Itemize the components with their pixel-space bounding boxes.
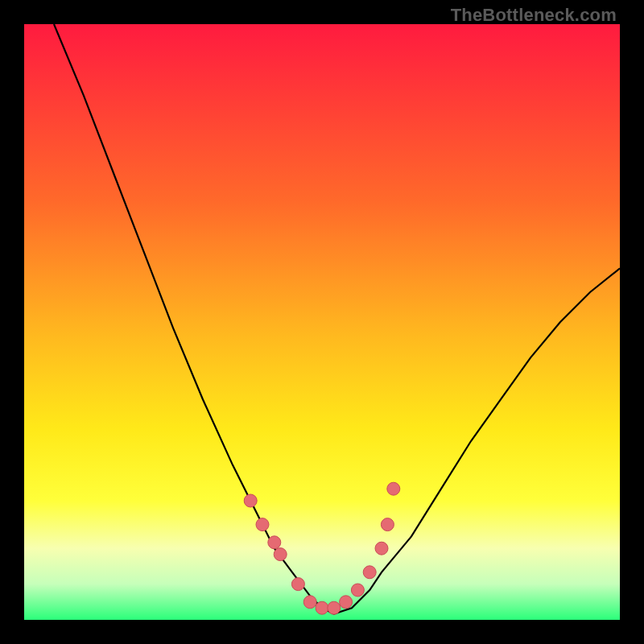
highlight-dot xyxy=(387,482,400,495)
highlight-dots xyxy=(244,482,400,614)
curve-layer xyxy=(24,24,620,620)
highlight-dot xyxy=(303,596,316,609)
highlight-dot xyxy=(268,536,281,549)
highlight-dot xyxy=(274,548,287,561)
chart-frame: TheBottleneck.com xyxy=(0,0,644,644)
highlight-dot xyxy=(291,578,304,591)
highlight-dot xyxy=(244,494,257,507)
highlight-dot xyxy=(381,518,394,531)
highlight-dot xyxy=(328,601,341,614)
bottleneck-curve xyxy=(54,24,620,614)
highlight-dot xyxy=(363,566,376,579)
watermark-text: TheBottleneck.com xyxy=(451,5,617,26)
highlight-dot xyxy=(316,601,328,614)
plot-area xyxy=(24,24,620,620)
highlight-dot xyxy=(340,596,353,609)
highlight-dot xyxy=(256,518,269,531)
highlight-dot xyxy=(375,542,388,555)
highlight-dot xyxy=(351,584,364,597)
